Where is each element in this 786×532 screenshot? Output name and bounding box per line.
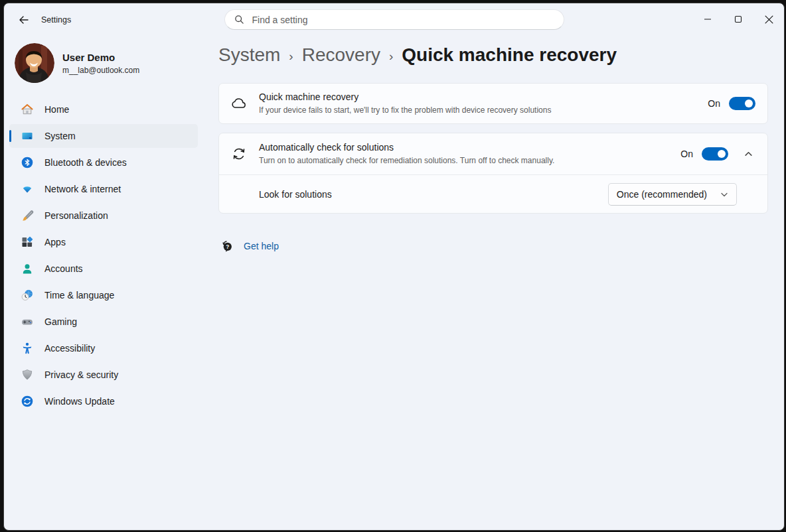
sidebar-item-privacy[interactable]: Privacy & security [9, 363, 198, 387]
sidebar-item-label: Windows Update [44, 396, 115, 407]
maximize-button[interactable] [723, 3, 753, 35]
time-language-icon [21, 289, 34, 302]
toggle-knob [745, 100, 753, 107]
privacy-icon [21, 368, 34, 381]
breadcrumb-separator: › [289, 47, 293, 64]
search-input[interactable] [251, 14, 554, 26]
sidebar-item-label: Network & internet [44, 184, 121, 194]
sidebar-item-network[interactable]: Network & internet [9, 177, 198, 201]
collapse-expander-button[interactable] [741, 150, 755, 159]
look-for-solutions-row: Look for solutions Once (recommended) [219, 174, 767, 213]
sidebar-item-label: Home [44, 104, 69, 115]
auto-check-card: Automatically check for solutions Turn o… [218, 133, 768, 214]
apps-icon [21, 235, 34, 249]
sidebar-item-label: Apps [44, 237, 66, 247]
auto-check-text: Automatically check for solutions Turn o… [259, 135, 680, 173]
help-question-bubble-icon: ? [220, 239, 234, 253]
sidebar-item-personalization[interactable]: Personalization [9, 204, 198, 228]
breadcrumb-system[interactable]: System [218, 44, 280, 66]
minimize-icon [704, 15, 712, 23]
sidebar-item-accounts[interactable]: Accounts [9, 257, 198, 281]
sidebar-item-label: Accounts [44, 263, 83, 274]
quick-machine-recovery-card: Quick machine recovery If your device fa… [218, 83, 768, 124]
close-button[interactable] [753, 3, 784, 35]
chevron-up-icon [744, 150, 753, 159]
sync-icon [219, 145, 259, 163]
auto-check-toggle[interactable] [702, 147, 728, 161]
personalization-icon [21, 209, 34, 222]
network-icon [21, 182, 34, 196]
close-icon [765, 15, 773, 24]
auto-check-controls: On [680, 147, 767, 161]
quick-machine-recovery-toggle[interactable] [729, 97, 755, 110]
profile-email: m__lab@outlook.com [62, 65, 139, 76]
sidebar-item-label: Privacy & security [44, 369, 118, 380]
sidebar-item-label: Gaming [44, 316, 77, 327]
windows-update-icon [21, 395, 34, 408]
maximize-icon [734, 15, 742, 23]
look-for-solutions-dropdown[interactable]: Once (recommended) [608, 183, 737, 206]
page-title: Quick machine recovery [402, 44, 617, 66]
back-button[interactable] [15, 11, 33, 29]
settings-cards: Quick machine recovery If your device fa… [218, 83, 768, 214]
get-help-row: ? Get help [218, 239, 768, 253]
bluetooth-icon [21, 156, 34, 169]
app-title: Settings [41, 3, 71, 36]
minimize-button[interactable] [692, 3, 723, 35]
search-icon [234, 15, 244, 25]
quick-machine-recovery-text: Quick machine recovery If your device fa… [259, 84, 708, 123]
toggle-knob [718, 150, 726, 158]
breadcrumb: System › Recovery › Quick machine recove… [218, 42, 768, 68]
accessibility-icon [21, 342, 34, 355]
breadcrumb-recovery[interactable]: Recovery [302, 44, 380, 66]
sidebar-item-apps[interactable]: Apps [9, 230, 198, 254]
setting-description: If your device fails to start, we'll try… [259, 105, 701, 116]
quick-machine-recovery-controls: On [708, 97, 767, 110]
sidebar-item-gaming[interactable]: Gaming [9, 310, 198, 334]
sidebar-item-label: Accessibility [44, 343, 95, 354]
main-content: System › Recovery › Quick machine recove… [203, 36, 784, 530]
sidebar-item-accessibility[interactable]: Accessibility [9, 336, 198, 360]
sidebar-nav: Home System Bluetooth & devices Network … [4, 98, 203, 413]
settings-window: Settings [3, 3, 785, 531]
sidebar-item-time-language[interactable]: Time & language [9, 283, 198, 307]
sidebar: User Demo m__lab@outlook.com Home System [4, 36, 203, 530]
toggle-state-label: On [680, 149, 693, 159]
system-icon [21, 129, 34, 143]
sidebar-item-label: Time & language [44, 290, 114, 300]
home-icon [21, 103, 34, 116]
quick-machine-recovery-row: Quick machine recovery If your device fa… [219, 84, 767, 123]
sidebar-item-home[interactable]: Home [9, 98, 198, 121]
cloud-icon [219, 95, 259, 112]
setting-description: Turn on to automatically check for remed… [259, 155, 674, 166]
accounts-icon [21, 262, 34, 275]
toggle-state-label: On [708, 98, 720, 109]
gaming-icon [21, 315, 34, 328]
svg-text:?: ? [226, 243, 229, 250]
search-box[interactable] [224, 9, 564, 30]
dropdown-selected-value: Once (recommended) [617, 189, 707, 200]
chevron-down-icon [720, 190, 728, 198]
avatar [15, 43, 54, 83]
back-arrow-icon [19, 15, 29, 25]
profile-name: User Demo [62, 51, 139, 64]
profile-section[interactable]: User Demo m__lab@outlook.com [15, 43, 203, 83]
sidebar-item-system[interactable]: System [9, 124, 198, 148]
sidebar-item-windows-update[interactable]: Windows Update [9, 389, 198, 413]
setting-title: Automatically check for solutions [259, 141, 674, 154]
sidebar-item-label: System [44, 131, 76, 141]
window-controls [692, 3, 784, 35]
sidebar-item-label: Personalization [44, 210, 108, 221]
setting-title: Quick machine recovery [259, 91, 701, 103]
get-help-link[interactable]: Get help [244, 241, 279, 251]
auto-check-header-row[interactable]: Automatically check for solutions Turn o… [219, 133, 767, 174]
titlebar: Settings [4, 3, 784, 36]
breadcrumb-separator: › [389, 47, 393, 64]
look-for-solutions-label: Look for solutions [259, 189, 608, 200]
sidebar-item-label: Bluetooth & devices [44, 157, 127, 168]
sidebar-item-bluetooth[interactable]: Bluetooth & devices [9, 151, 198, 174]
profile-text: User Demo m__lab@outlook.com [62, 51, 139, 76]
